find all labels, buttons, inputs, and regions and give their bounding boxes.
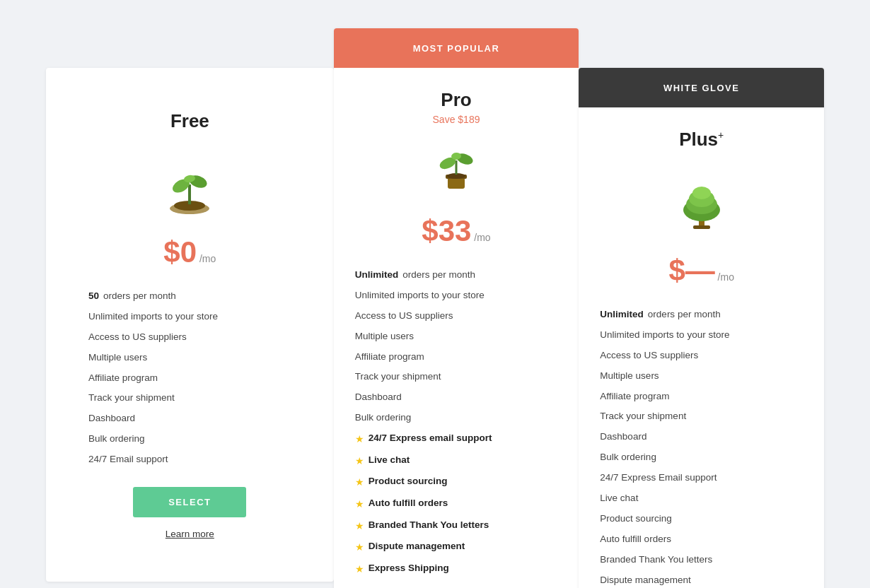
free-plan-name: Free: [88, 110, 291, 132]
list-item: ★Dispute management: [355, 536, 558, 558]
plus-price-mo: /mo: [715, 271, 734, 283]
free-plan-icon: [88, 160, 291, 224]
pro-plan-body: Pro Save $189: [334, 68, 579, 588]
list-item: Access to US suppliers: [600, 346, 803, 366]
free-features-list: 50 orders per month Unlimited imports to…: [88, 286, 291, 470]
pro-plan-save: Save $189: [355, 114, 558, 128]
list-item: Product sourcing: [600, 509, 803, 529]
pro-price-amount: $33: [422, 214, 471, 247]
pro-plan-card: MOST POPULAR Pro Save $189: [334, 28, 579, 588]
plus-plan-card: WHITE GLOVE Plus+ $— /mo: [579, 68, 824, 588]
list-item: Affiliate program: [88, 368, 291, 389]
list-item: 24/7 Express Email support: [600, 468, 803, 488]
plus-features-list: Unlimited orders per month Unlimited imp…: [600, 305, 803, 588]
list-item: Multiple users: [600, 366, 803, 387]
list-item: Access to US suppliers: [355, 306, 558, 327]
pro-features-list: Unlimited orders per month Unlimited imp…: [355, 265, 558, 580]
list-item: ★Branded Thank You letters: [355, 515, 558, 537]
free-select-button[interactable]: SELECT: [133, 487, 246, 517]
list-item: Unlimited imports to your store: [88, 307, 291, 327]
list-item: Bulk ordering: [355, 408, 558, 428]
free-price-mo: /mo: [197, 253, 216, 264]
list-item: Access to US suppliers: [88, 327, 291, 348]
pricing-container: Free $0 /mo: [46, 14, 824, 588]
free-plan-body: Free $0 /mo: [67, 89, 313, 560]
pro-plan-icon: [355, 139, 558, 203]
svg-rect-14: [693, 225, 710, 229]
pro-banner: MOST POPULAR: [334, 28, 579, 68]
list-item: Dispute management: [600, 570, 803, 588]
free-plan-price: $0 /mo: [88, 235, 291, 269]
list-item: ★Product sourcing: [355, 471, 558, 493]
list-item: ★Auto fulfill orders: [355, 493, 558, 515]
plus-banner: WHITE GLOVE: [579, 68, 824, 107]
free-learn-more-link[interactable]: Learn more: [88, 529, 291, 539]
list-item: Bulk ordering: [88, 429, 291, 449]
pro-price-mo: /mo: [471, 232, 490, 243]
list-item: Dashboard: [600, 427, 803, 447]
svg-point-18: [692, 187, 711, 199]
pro-plan-name: Pro: [355, 89, 558, 111]
list-item: ★Express Shipping: [355, 558, 558, 580]
free-price-amount: $0: [163, 235, 197, 269]
list-item: Affiliate program: [355, 347, 558, 368]
list-item: ★24/7 Express email support: [355, 428, 558, 450]
svg-rect-6: [448, 177, 465, 189]
list-item: Multiple users: [355, 327, 558, 347]
list-item: Affiliate program: [600, 387, 803, 407]
list-item: Unlimited imports to your store: [600, 325, 803, 346]
list-item: Auto fulfill orders: [600, 529, 803, 550]
list-item: Track your shipment: [355, 367, 558, 387]
plus-plan-name: Plus+: [600, 129, 803, 151]
plus-plan-save: [600, 153, 803, 167]
list-item: Dashboard: [88, 408, 291, 429]
plus-plan-icon: [600, 179, 803, 242]
list-item: Live chat: [600, 488, 803, 509]
pro-plan-price: $33 /mo: [355, 214, 558, 248]
list-item: Dashboard: [355, 387, 558, 408]
list-item: Unlimited imports to your store: [355, 286, 558, 306]
list-item: Unlimited orders per month: [600, 305, 803, 325]
plus-plan-price: $— /mo: [600, 254, 803, 288]
svg-rect-2: [188, 184, 191, 204]
list-item: Track your shipment: [600, 406, 803, 427]
list-item: Branded Thank You letters: [600, 550, 803, 570]
plus-price-amount: $—: [668, 254, 714, 287]
list-item: Track your shipment: [88, 388, 291, 408]
svg-rect-9: [456, 160, 458, 175]
list-item: Bulk ordering: [600, 447, 803, 468]
free-plan-card: Free $0 /mo: [46, 68, 334, 582]
list-item: Multiple users: [88, 348, 291, 368]
plus-plan-body: Plus+ $— /mo Unlimited o: [579, 107, 824, 588]
list-item: 50 orders per month: [88, 286, 291, 307]
list-item: Unlimited orders per month: [355, 265, 558, 286]
free-plan-save: [88, 135, 291, 149]
list-item: 24/7 Email support: [88, 449, 291, 470]
list-item: ★Live chat: [355, 450, 558, 472]
